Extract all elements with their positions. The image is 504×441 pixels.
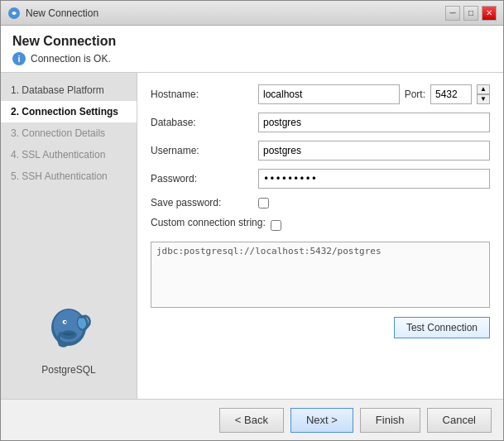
sidebar-item-connection-settings[interactable]: 2. Connection Settings xyxy=(1,101,137,122)
back-button[interactable]: < Back xyxy=(219,408,284,433)
custom-conn-label: Custom connection string: xyxy=(151,217,266,228)
title-bar: New Connection ─ □ ✕ xyxy=(1,1,503,26)
svg-point-4 xyxy=(65,321,66,323)
finish-button[interactable]: Finish xyxy=(360,408,420,433)
database-label: Database: xyxy=(151,117,258,128)
test-connection-row: Test Connection xyxy=(151,317,490,338)
port-input[interactable] xyxy=(430,84,472,104)
port-down-button[interactable]: ▼ xyxy=(477,94,490,104)
password-label: Password: xyxy=(151,173,258,185)
form-content: Hostname: Port: ▲ ▼ Database: Usern xyxy=(137,73,503,399)
next-button[interactable]: Next > xyxy=(290,408,353,433)
maximize-button[interactable]: □ xyxy=(463,6,478,21)
sidebar-item-connection-details: 3. Connection Details xyxy=(1,122,137,144)
main-window: New Connection ─ □ ✕ New Connection i Co… xyxy=(0,0,504,441)
window-icon xyxy=(7,7,21,20)
port-label: Port: xyxy=(405,89,425,100)
footer: < Back Next > Finish Cancel xyxy=(1,399,503,440)
conn-string-textarea[interactable]: jdbc:postgresql://localhost:5432/postgre… xyxy=(151,242,490,308)
minimize-button[interactable]: ─ xyxy=(445,6,460,21)
custom-conn-checkbox[interactable] xyxy=(271,220,281,231)
save-password-label: Save password: xyxy=(151,197,258,209)
sidebar-item-ssl-authentication: 4. SSL Authentication xyxy=(1,144,137,165)
header: New Connection i Connection is OK. xyxy=(1,26,503,73)
hostname-fields: Port: ▲ ▼ xyxy=(258,84,490,104)
password-input[interactable] xyxy=(258,169,490,189)
postgresql-logo xyxy=(40,301,98,359)
sidebar: 1. Database Platform 2. Connection Setti… xyxy=(1,73,137,399)
hostname-row: Hostname: Port: ▲ ▼ xyxy=(151,84,490,104)
window-controls: ─ □ ✕ xyxy=(445,6,497,21)
port-up-button[interactable]: ▲ xyxy=(477,84,490,94)
username-row: Username: xyxy=(151,141,490,161)
save-password-row: Save password: xyxy=(151,197,490,209)
save-password-checkbox[interactable] xyxy=(258,198,269,209)
password-row: Password: xyxy=(151,169,490,189)
database-row: Database: xyxy=(151,113,490,132)
test-connection-button[interactable]: Test Connection xyxy=(394,317,490,338)
username-label: Username: xyxy=(151,145,258,156)
window-title: New Connection xyxy=(26,7,445,19)
cancel-button[interactable]: Cancel xyxy=(427,408,492,433)
status-text: Connection is OK. xyxy=(31,53,111,65)
username-input[interactable] xyxy=(258,141,490,161)
port-spinner: ▲ ▼ xyxy=(477,84,490,104)
database-input[interactable] xyxy=(258,113,490,132)
db-label: PostgreSQL xyxy=(41,364,95,376)
status-bar: i Connection is OK. xyxy=(12,52,492,65)
info-icon: i xyxy=(12,52,26,65)
hostname-label: Hostname: xyxy=(151,89,258,100)
sidebar-item-database-platform[interactable]: 1. Database Platform xyxy=(1,79,137,101)
sidebar-logo: PostgreSQL xyxy=(1,187,137,392)
custom-conn-row: Custom connection string: xyxy=(151,217,490,233)
main-area: 1. Database Platform 2. Connection Setti… xyxy=(1,73,503,399)
close-button[interactable]: ✕ xyxy=(482,6,497,21)
dialog-title: New Connection xyxy=(12,34,492,49)
sidebar-item-ssh-authentication: 5. SSH Authentication xyxy=(1,165,137,187)
hostname-input[interactable] xyxy=(258,84,400,104)
